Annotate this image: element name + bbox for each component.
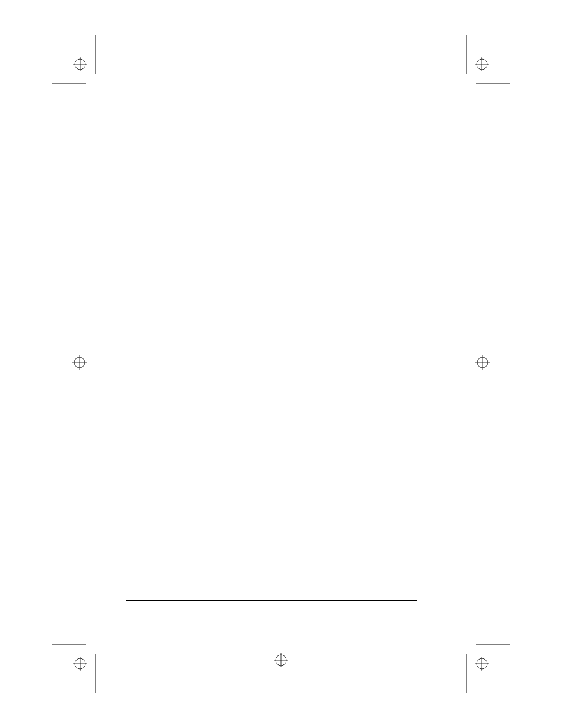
crop-mark-middle-left [71, 354, 88, 371]
crop-mark-top-left [52, 35, 99, 91]
crop-mark-top-right [463, 35, 510, 91]
content-divider-rule [126, 600, 417, 601]
crop-mark-bottom-center [272, 651, 290, 669]
crop-mark-middle-right [474, 354, 491, 371]
crop-mark-bottom-right [463, 637, 510, 693]
crop-mark-bottom-left [52, 637, 99, 693]
